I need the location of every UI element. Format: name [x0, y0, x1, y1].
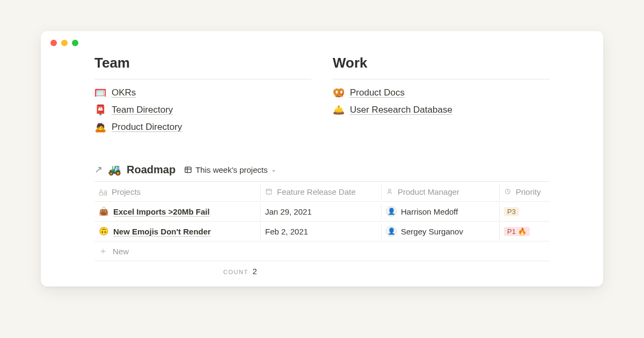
fire-icon: 🔥: [518, 227, 526, 236]
bell-icon: 🛎️: [333, 104, 345, 116]
work-heading: Work: [333, 55, 550, 71]
cell-date[interactable]: Feb 2, 2021: [261, 223, 382, 240]
work-section: Work 🥨 Product Docs 🛎️ User Research Dat…: [333, 55, 550, 133]
calendar-icon: [265, 188, 273, 195]
work-link-list: 🥨 Product Docs 🛎️ User Research Database: [333, 87, 550, 116]
bow-icon: 🙇: [94, 121, 106, 133]
roadmap-title: Roadmap: [127, 164, 175, 176]
column-label: Priority: [516, 187, 541, 196]
handbag-icon: 👜: [99, 207, 109, 216]
date-value: Jan 29, 2021: [265, 207, 312, 216]
team-heading: Team: [94, 55, 311, 71]
goal-net-icon: 🥅: [94, 87, 106, 99]
window-controls: [41, 31, 603, 50]
team-link-list: 🥅 OKRs 📮 Team Directory 🙇 Product Direct…: [94, 87, 311, 133]
team-link-product-directory[interactable]: 🙇 Product Directory: [94, 121, 311, 133]
chevron-down-icon: ⌄: [271, 166, 276, 173]
link-label: Product Docs: [350, 87, 405, 98]
table-header-row: Aa Projects Feature Release Date Product…: [94, 182, 550, 202]
priority-badge: P1 🔥: [504, 227, 530, 236]
text-icon: Aa: [99, 188, 107, 196]
page-content: Team 🥅 OKRs 📮 Team Directory 🙇 Product D…: [41, 50, 603, 276]
add-row-button[interactable]: ＋ New: [94, 241, 550, 261]
cell-priority[interactable]: P3: [500, 203, 550, 220]
project-title: New Emojis Don't Render: [113, 227, 211, 236]
count-value: 2: [253, 267, 257, 276]
view-selector[interactable]: This week's projects ⌄: [184, 165, 276, 174]
new-row-label: New: [113, 247, 129, 256]
minimize-window-icon[interactable]: [61, 40, 68, 46]
table-view-icon: [184, 166, 192, 174]
table-footer: COUNT 2: [94, 261, 550, 276]
link-label: Product Directory: [112, 122, 182, 133]
cell-project[interactable]: 🙃 New Emojis Don't Render: [94, 223, 261, 240]
cell-priority[interactable]: P1 🔥: [500, 223, 550, 240]
cell-date[interactable]: Jan 29, 2021: [261, 203, 382, 220]
work-link-user-research[interactable]: 🛎️ User Research Database: [333, 104, 550, 116]
tractor-icon: 🚜: [108, 163, 121, 176]
svg-rect-3: [266, 189, 272, 194]
avatar: 👤: [386, 226, 397, 237]
column-header-date[interactable]: Feature Release Date: [261, 183, 382, 200]
column-label: Feature Release Date: [277, 187, 356, 196]
maximize-window-icon[interactable]: [72, 40, 78, 46]
tag-icon: [504, 188, 511, 195]
avatar: 👤: [386, 206, 397, 217]
cell-manager[interactable]: 👤 Sergey Surganov: [382, 222, 500, 240]
arrow-up-right-icon: ↗: [94, 164, 103, 175]
view-label: This week's projects: [195, 165, 268, 174]
link-label: User Research Database: [350, 105, 452, 115]
cell-manager[interactable]: 👤 Harrison Medoff: [382, 202, 500, 221]
link-label: Team Directory: [112, 105, 173, 115]
manager-name: Sergey Surganov: [401, 227, 463, 236]
person-icon: [386, 188, 393, 195]
team-link-directory[interactable]: 📮 Team Directory: [94, 104, 311, 116]
team-section: Team 🥅 OKRs 📮 Team Directory 🙇 Product D…: [94, 55, 311, 133]
column-label: Product Manager: [398, 187, 459, 196]
plus-icon: ＋: [99, 246, 107, 257]
team-link-okrs[interactable]: 🥅 OKRs: [94, 87, 311, 99]
priority-badge: P3: [504, 207, 519, 216]
close-window-icon[interactable]: [50, 40, 57, 46]
count-label: COUNT: [223, 269, 248, 275]
column-header-projects[interactable]: Aa Projects: [94, 183, 261, 200]
date-value: Feb 2, 2021: [265, 227, 308, 236]
divider: [94, 79, 311, 79]
svg-point-5: [389, 189, 391, 192]
roadmap-table: Aa Projects Feature Release Date Product…: [94, 181, 550, 261]
manager-name: Harrison Medoff: [401, 207, 458, 216]
table-row[interactable]: 👜 Excel Imports >20Mb Fail Jan 29, 2021 …: [94, 202, 550, 222]
column-header-manager[interactable]: Product Manager: [382, 183, 500, 200]
postbox-icon: 📮: [94, 104, 106, 116]
svg-rect-0: [185, 167, 191, 172]
roadmap-header: ↗ 🚜 Roadmap This week's projects ⌄: [94, 163, 550, 176]
table-row[interactable]: 🙃 New Emojis Don't Render Feb 2, 2021 👤 …: [94, 222, 550, 241]
divider: [333, 79, 550, 79]
upside-down-face-icon: 🙃: [99, 226, 109, 236]
column-label: Projects: [112, 187, 141, 196]
app-window: Team 🥅 OKRs 📮 Team Directory 🙇 Product D…: [41, 31, 603, 286]
cell-project[interactable]: 👜 Excel Imports >20Mb Fail: [94, 203, 261, 220]
project-title: Excel Imports >20Mb Fail: [113, 207, 210, 216]
pretzel-icon: 🥨: [333, 87, 345, 99]
column-header-priority[interactable]: Priority: [500, 183, 550, 200]
work-link-product-docs[interactable]: 🥨 Product Docs: [333, 87, 550, 99]
top-columns: Team 🥅 OKRs 📮 Team Directory 🙇 Product D…: [94, 55, 550, 133]
link-label: OKRs: [112, 87, 136, 98]
